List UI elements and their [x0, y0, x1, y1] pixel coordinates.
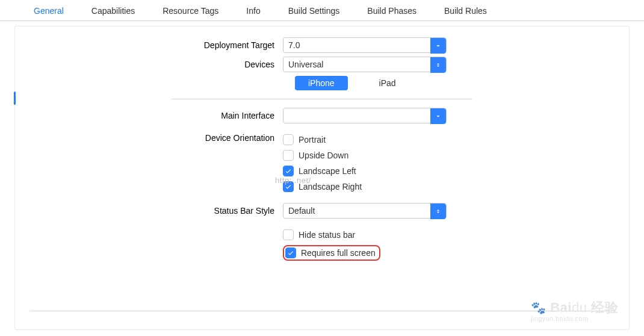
requires-full-screen-label: Requires full screen	[301, 248, 376, 258]
tab-info[interactable]: Info	[246, 6, 260, 16]
option-hide-status-bar[interactable]: Hide status bar	[283, 229, 355, 240]
deployment-target-combo[interactable]: 7.0	[283, 37, 447, 53]
hide-status-bar-label: Hide status bar	[299, 230, 355, 240]
tab-build-settings[interactable]: Build Settings	[288, 6, 340, 16]
tab-general[interactable]: General	[34, 6, 64, 16]
label-status-bar-style: Status Bar Style	[15, 206, 283, 216]
main-interface-combo[interactable]	[283, 108, 447, 123]
option-requires-full-screen[interactable]: Requires full screen	[285, 247, 376, 258]
tab-build-phases[interactable]: Build Phases	[367, 6, 416, 16]
orientation-upside-down[interactable]: Upside Down	[283, 150, 348, 161]
requires-full-screen-highlight: Requires full screen	[283, 245, 380, 261]
chevron-down-icon	[430, 38, 446, 54]
paw-icon: 🐾	[531, 301, 546, 314]
checkbox-icon	[283, 229, 294, 240]
watermark-logo: 🐾 Baidu 经验 jingyan.baidu.com	[531, 301, 618, 322]
label-orientation: Device Orientation	[15, 132, 283, 143]
watermark-brand-suffix: 经验	[591, 300, 618, 315]
checkbox-icon	[283, 134, 294, 145]
watermark-brand: Bai	[550, 300, 572, 315]
deployment-target-value: 7.0	[288, 40, 300, 50]
orientation-landscape-right[interactable]: Landscape Right	[283, 181, 362, 192]
updown-icon	[430, 204, 446, 219]
label-deployment-target: Deployment Target	[15, 40, 283, 50]
status-bar-style-value: Default	[288, 206, 315, 216]
checkbox-icon	[283, 150, 294, 161]
chevron-down-icon	[430, 108, 446, 124]
devices-select[interactable]: Universal	[283, 57, 447, 72]
orientation-landscape-left[interactable]: Landscape Left	[283, 166, 356, 176]
segment-ipad[interactable]: iPad	[366, 76, 409, 90]
segment-iphone[interactable]: iPhone	[295, 76, 348, 90]
checkbox-checked-icon	[285, 247, 296, 258]
checkbox-checked-icon	[283, 166, 294, 176]
tab-build-rules[interactable]: Build Rules	[444, 6, 487, 16]
orientation-landscape-left-label: Landscape Left	[299, 166, 356, 176]
updown-icon	[430, 57, 446, 73]
status-bar-style-select[interactable]: Default	[283, 203, 447, 219]
devices-value: Universal	[288, 60, 323, 69]
orientation-portrait[interactable]: Portrait	[283, 134, 326, 145]
side-indicator	[14, 92, 16, 105]
orientation-upside-down-label: Upside Down	[299, 151, 348, 160]
divider	[29, 311, 615, 311]
label-devices: Devices	[15, 60, 283, 69]
tab-resource-tags[interactable]: Resource Tags	[163, 6, 218, 16]
tab-capabilities[interactable]: Capabilities	[91, 6, 135, 16]
checkbox-checked-icon	[283, 181, 294, 192]
watermark-subline: jingyan.baidu.com	[531, 316, 618, 322]
label-main-interface: Main Interface	[15, 111, 283, 120]
editor-panel: Deployment Target 7.0 Devices Universal	[14, 26, 630, 330]
tab-bar: General Capabilities Resource Tags Info …	[0, 0, 644, 21]
orientation-landscape-right-label: Landscape Right	[299, 182, 362, 191]
orientation-portrait-label: Portrait	[299, 135, 326, 145]
device-segmented: iPhone iPad	[295, 76, 409, 90]
divider	[172, 99, 472, 99]
